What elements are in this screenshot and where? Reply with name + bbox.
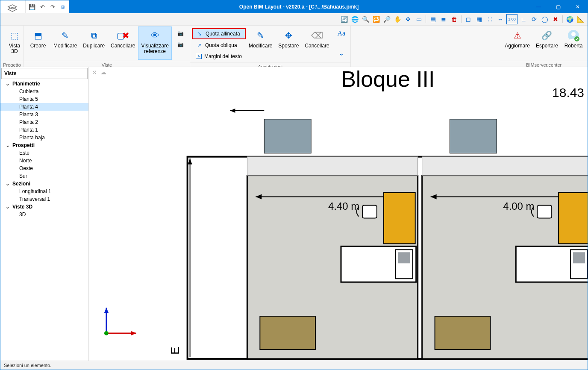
tree-item[interactable]: Este <box>0 149 88 157</box>
tree-item-selected[interactable]: Planta 4 <box>0 103 88 111</box>
camera2-icon: 📷 <box>177 41 184 48</box>
scale-icon[interactable]: 1.00 <box>506 14 517 24</box>
zoom-in-icon[interactable]: 🔍 <box>361 15 370 24</box>
camera-button[interactable]: 📷 <box>173 28 188 38</box>
move-annot-button[interactable]: ✥Spostare <box>275 26 302 60</box>
undo-icon[interactable]: ↶ <box>38 2 47 12</box>
cancel-icon[interactable]: ✖ <box>551 15 560 24</box>
zoom-out-icon[interactable]: 🔎 <box>382 15 391 24</box>
tree-prospetti[interactable]: Prospetti <box>0 141 88 149</box>
grid-icon[interactable]: ▦ <box>474 15 484 24</box>
move-icon[interactable]: ✥ <box>403 15 413 24</box>
views-tree[interactable]: Planimetrie Cubierta Planta 5 Planta 4 P… <box>0 80 88 361</box>
modify-button[interactable]: ✎Modificare <box>50 26 80 60</box>
floorplan-svg: Bloque III 18.43 4.40 m <box>89 67 588 361</box>
tree-item[interactable]: Longitudinal 1 <box>0 188 88 195</box>
view-mode-icons[interactable]: ⤭☁ <box>92 69 106 76</box>
sidebar: Viste Planimetrie Cubierta Planta 5 Plan… <box>0 67 89 361</box>
tree-item[interactable]: Norte <box>0 157 88 164</box>
help-icon[interactable]: 🌍 <box>565 15 574 24</box>
orbit-icon[interactable]: 🔄 <box>339 15 349 24</box>
svg-rect-27 <box>422 157 588 176</box>
refresh-icon[interactable]: 🔁 <box>371 15 381 24</box>
drawing-canvas[interactable]: ⤭☁ Bloque III 18.43 4.40 m <box>89 67 588 361</box>
text-box-icon: A <box>196 54 202 59</box>
tree-item[interactable]: Transversal 1 <box>0 195 88 203</box>
tree-viste3d[interactable]: Viste 3D <box>0 203 88 211</box>
levels-icon[interactable]: ≣ <box>439 15 448 24</box>
box-icon[interactable]: ⧈ <box>58 2 68 12</box>
svg-rect-36 <box>435 316 491 349</box>
save-icon[interactable]: 💾 <box>27 2 37 12</box>
rotate-icon[interactable]: ⟳ <box>529 15 539 24</box>
tree-sezioni[interactable]: Sezioni <box>0 180 88 188</box>
window-icon[interactable]: ▭ <box>414 15 423 24</box>
vista3d-button[interactable]: ⬚ Vista 3D <box>2 26 27 60</box>
axis-icon[interactable]: ⤭ <box>92 69 97 76</box>
svg-marker-8 <box>131 331 136 335</box>
room-2: 4.00 m <box>422 157 588 359</box>
show-refs-button[interactable]: 👁Visualizzare referenze <box>138 26 171 60</box>
export-button[interactable]: 🔗Esportare <box>533 26 561 60</box>
user-button[interactable]: Roberta <box>561 26 586 60</box>
dim-label-1: 4.40 m <box>328 200 359 212</box>
window-buttons: — ▢ ✕ <box>529 0 588 13</box>
close-button[interactable]: ✕ <box>568 0 588 13</box>
delete-icon[interactable]: 🗑 <box>450 15 459 24</box>
redo-icon[interactable]: ↷ <box>48 2 57 12</box>
tree-item[interactable]: Planta 3 <box>0 111 88 118</box>
minimize-button[interactable]: — <box>529 0 548 13</box>
svg-marker-12 <box>188 159 192 164</box>
create-button[interactable]: ⬒Creare <box>26 26 50 60</box>
app-icon[interactable] <box>0 0 26 13</box>
maximize-button[interactable]: ▢ <box>548 0 568 13</box>
tree-item[interactable]: Planta baja <box>0 134 88 141</box>
settings-icon[interactable]: 📐 <box>576 15 585 24</box>
tree-item[interactable]: Planta 2 <box>0 118 88 126</box>
text-button[interactable]: Aa <box>334 28 349 38</box>
tree-item[interactable]: 3D <box>0 211 88 218</box>
main-area: Viste Planimetrie Cubierta Planta 5 Plan… <box>0 67 588 361</box>
svg-rect-24 <box>398 252 410 263</box>
style-button[interactable]: ✒ <box>334 50 349 60</box>
svg-rect-35 <box>573 252 585 263</box>
svg-rect-20 <box>384 193 415 244</box>
snap-icon[interactable]: ⸬ <box>485 15 494 24</box>
tree-item[interactable]: Oeste <box>0 164 88 172</box>
ribbon-group-annotations: ↘Quota allineata ↗Quota obliqua AMargini… <box>190 26 351 67</box>
axis-gizmo <box>104 308 136 335</box>
angle-icon[interactable]: ∟ <box>519 15 528 24</box>
oblique-dim-button[interactable]: ↗Quota obliqua <box>192 40 246 50</box>
duplicate-button[interactable]: ⧉Duplicare <box>80 26 108 60</box>
text-margin-button[interactable]: AMargini del testo <box>192 51 246 62</box>
ribbon-group-project: ⬚ Vista 3D Progetto <box>0 26 24 67</box>
camera2-button[interactable]: 📷 <box>173 39 188 50</box>
dim-aligned-icon: ↘ <box>196 30 203 37</box>
ribbon-group-bimserver: ⚠Aggiornare 🔗Esportare Roberta BIMserver… <box>500 26 588 67</box>
tree-item[interactable]: Cubierta <box>0 88 88 95</box>
delete-annot-button[interactable]: ⌫Cancellare <box>302 26 332 60</box>
aligned-dim-button[interactable]: ↘Quota allineata <box>192 28 246 39</box>
svg-marker-4 <box>230 109 235 113</box>
text-icon: Aa <box>338 30 345 37</box>
cloud-icon[interactable]: ☁ <box>100 69 106 76</box>
dim-icon[interactable]: ↔ <box>496 15 505 24</box>
delete-view-button[interactable]: ▢✖Cancellare <box>108 26 138 60</box>
room-1: 4.40 m <box>247 157 417 359</box>
circle-icon[interactable]: ◯ <box>540 15 550 24</box>
update-button[interactable]: ⚠Aggiornare <box>502 26 533 60</box>
svg-marker-6 <box>104 308 109 313</box>
layers-icon[interactable]: ▤ <box>428 15 438 24</box>
modify-annot-button[interactable]: ✎Modificare <box>246 26 275 60</box>
select-icon[interactable]: ◻ <box>464 15 473 24</box>
tree-item[interactable]: Sur <box>0 172 88 180</box>
globe-icon[interactable]: 🌐 <box>350 15 359 24</box>
svg-rect-14 <box>450 119 497 153</box>
tree-item[interactable]: Planta 1 <box>0 126 88 134</box>
svg-rect-21 <box>362 206 377 218</box>
tree-planimetrie[interactable]: Planimetrie <box>0 80 88 88</box>
cube-icon: ⬚ <box>8 29 21 42</box>
ribbon-group-views: ⬒Creare ✎Modificare ⧉Duplicare ▢✖Cancell… <box>24 26 190 67</box>
tree-item[interactable]: Planta 5 <box>0 95 88 103</box>
pan-icon[interactable]: ✋ <box>393 15 402 24</box>
